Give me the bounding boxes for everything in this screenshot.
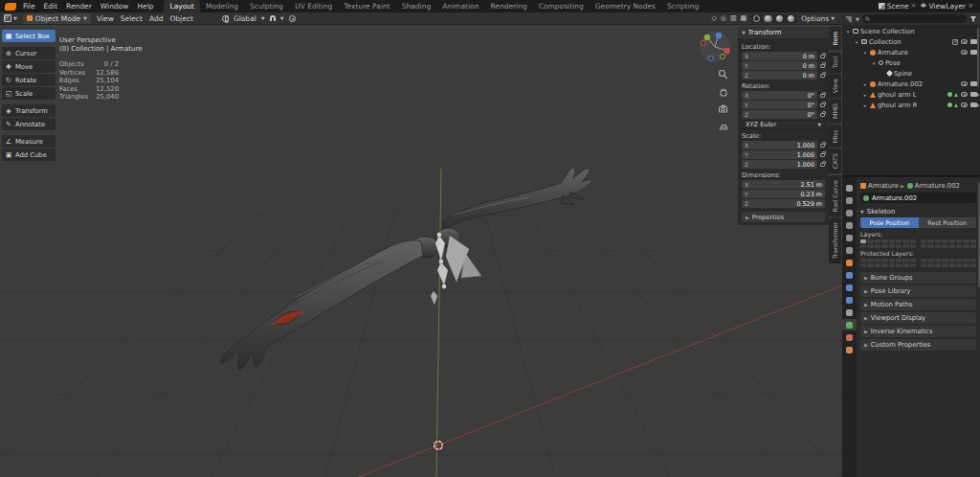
layer-cell[interactable]	[860, 244, 866, 248]
workspace-tab[interactable]: Layout	[164, 0, 200, 12]
layer-cell[interactable]	[935, 259, 941, 262]
topbar-menu[interactable]: Help	[136, 2, 154, 11]
properties-tab[interactable]	[842, 207, 857, 218]
n-panel-tab[interactable]: Transformer	[829, 217, 841, 263]
layer-cell[interactable]	[949, 239, 955, 243]
overlays-toggle-icon[interactable]: ▥	[730, 14, 737, 22]
layer-cell[interactable]	[935, 263, 941, 267]
layer-cell[interactable]	[970, 244, 976, 248]
layer-cell[interactable]	[921, 244, 926, 248]
n-panel-tab[interactable]: Tool	[829, 52, 841, 73]
camera-view-icon[interactable]	[718, 103, 728, 114]
location-field[interactable]: Z 0 m	[742, 71, 817, 80]
layer-cell[interactable]	[963, 263, 969, 267]
n-panel-tab[interactable]: Rad Curve	[829, 175, 841, 216]
protected-block-2[interactable]	[921, 259, 976, 267]
expander-icon[interactable]: ▸	[862, 92, 868, 98]
layer-cell[interactable]	[875, 263, 880, 267]
layer-cell[interactable]	[881, 244, 887, 248]
topbar-menu[interactable]: File	[22, 2, 36, 11]
editor-type-button[interactable]: ▼	[4, 14, 17, 22]
properties-tab[interactable]	[842, 244, 857, 256]
rendered-shading-button[interactable]	[787, 15, 795, 22]
filter-funnel-icon[interactable]	[969, 15, 977, 23]
material-shading-button[interactable]	[775, 15, 784, 22]
tool-button[interactable]: ◱ Scale	[2, 87, 56, 100]
expander-icon[interactable]: ▾	[845, 29, 851, 34]
layer-cell[interactable]	[942, 244, 947, 248]
n-panel-tab[interactable]: View	[829, 74, 841, 98]
layer-cell[interactable]	[935, 244, 941, 248]
outliner-row[interactable]: ▾ Collection	[842, 36, 980, 47]
rotation-field[interactable]: Z 0°	[742, 110, 817, 119]
zoom-icon[interactable]	[718, 69, 728, 80]
dimension-field[interactable]: Z 0.529 m	[742, 199, 825, 208]
lock-icon[interactable]	[820, 103, 825, 107]
skeleton-panel-header[interactable]: ▼ Skeleton	[860, 206, 976, 216]
n-panel-tab[interactable]: MMD	[829, 99, 841, 124]
lock-icon[interactable]	[820, 144, 825, 148]
workspace-tab[interactable]: Geometry Nodes	[590, 0, 661, 12]
orientation-label[interactable]: Global	[234, 14, 256, 23]
workspace-tab[interactable]: Scripting	[661, 0, 704, 12]
render-camera-icon[interactable]	[970, 102, 977, 107]
snap-magnet-icon[interactable]	[270, 15, 276, 21]
workspace-tab[interactable]: UV Editing	[289, 0, 338, 12]
collapsed-section[interactable]: ▶ Pose Library	[860, 285, 976, 297]
expander-icon[interactable]: ▾	[862, 50, 868, 56]
solid-shading-button[interactable]	[764, 15, 772, 22]
transform-panel-header[interactable]: ▼ Transform	[738, 27, 829, 38]
render-camera-icon[interactable]	[970, 39, 977, 44]
layer-cell[interactable]	[875, 239, 880, 243]
workspace-tab[interactable]: Modeling	[200, 0, 244, 12]
layer-cell[interactable]	[970, 239, 976, 243]
topbar-menu[interactable]: Edit	[43, 2, 59, 11]
lock-icon[interactable]	[820, 163, 825, 167]
hide-eye-icon[interactable]	[961, 50, 968, 55]
scene-selector[interactable]: Scene ×	[879, 2, 917, 11]
properties-tab[interactable]	[842, 219, 857, 231]
lock-icon[interactable]	[820, 55, 825, 58]
layer-cell[interactable]	[889, 259, 895, 262]
layer-cell[interactable]	[889, 244, 895, 248]
pan-hand-icon[interactable]	[718, 86, 728, 97]
layer-cell[interactable]	[867, 244, 873, 248]
properties-tab[interactable]	[842, 307, 857, 318]
render-camera-icon[interactable]	[970, 81, 977, 86]
rotation-field[interactable]: Y 0°	[742, 101, 817, 109]
search-input[interactable]	[872, 15, 964, 22]
options-dropdown[interactable]: Options ▼	[801, 14, 835, 23]
xray-toggle-icon[interactable]: ▩	[741, 14, 747, 22]
layer-cell[interactable]	[889, 239, 895, 243]
hide-eye-icon[interactable]	[961, 102, 968, 107]
lock-icon[interactable]	[820, 153, 825, 157]
3d-viewport[interactable]: ▦ Select Box ⊕ Cursor ✚ Move ↻ Rotate	[0, 25, 842, 477]
layer-cell[interactable]	[956, 244, 962, 248]
layer-cell[interactable]	[896, 263, 902, 267]
outliner-row[interactable]: ▸ ghoul arm L	[842, 89, 980, 100]
layer-cell[interactable]	[970, 259, 976, 262]
collapsed-section[interactable]: ▶ Bone Groups	[860, 272, 976, 284]
hide-eye-icon[interactable]	[961, 39, 968, 44]
dimension-field[interactable]: X 2.51 m	[742, 180, 825, 189]
collapsed-section[interactable]: ▶ Custom Properties	[860, 339, 976, 351]
protected-block-1[interactable]	[860, 259, 916, 267]
location-field[interactable]: X 0 m	[742, 52, 817, 60]
collapsed-section[interactable]: ▶ Viewport Display	[860, 312, 976, 324]
wireframe-shading-button[interactable]	[752, 15, 761, 22]
rest-position-button[interactable]: Rest Position	[919, 217, 977, 228]
location-field[interactable]: Y 0 m	[742, 61, 817, 70]
layer-cell[interactable]	[963, 259, 969, 262]
blender-logo-icon[interactable]	[5, 3, 16, 11]
navigation-gizmo[interactable]	[699, 31, 731, 67]
expander-icon[interactable]: ▸	[862, 102, 868, 108]
layer-cell[interactable]	[896, 244, 902, 248]
tool-button[interactable]: ∠ Measure	[2, 135, 56, 148]
layer-cell[interactable]	[889, 263, 895, 267]
tool-button[interactable]: ⊕ Cursor	[2, 47, 56, 59]
properties-tab[interactable]	[842, 182, 857, 193]
properties-tab[interactable]	[842, 319, 857, 330]
layer-cell[interactable]	[921, 263, 926, 267]
n-panel-tab[interactable]: CATS	[829, 148, 841, 173]
outliner-row[interactable]: ▸ Armature.002	[842, 79, 980, 89]
